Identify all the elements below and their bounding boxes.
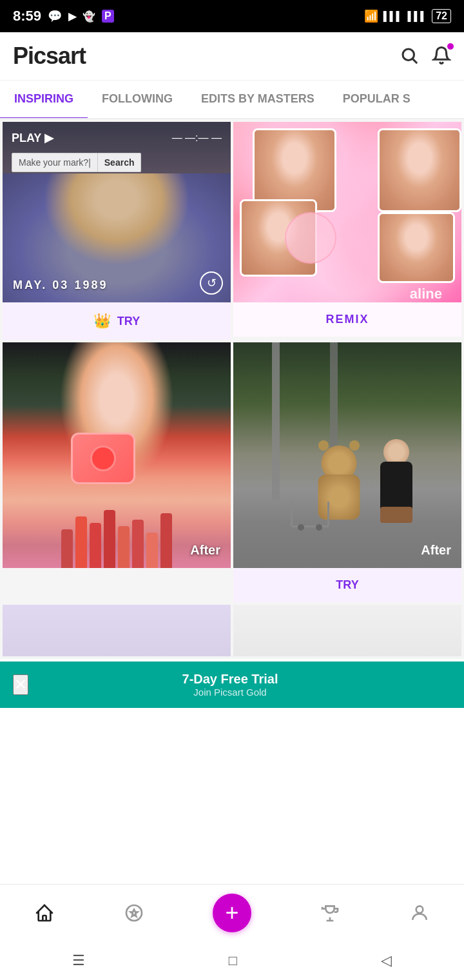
wifi-icon: 📶 xyxy=(364,9,378,23)
home-icon xyxy=(34,903,55,923)
after-label-3: After xyxy=(190,543,220,558)
bottom-navigation: + xyxy=(0,884,464,941)
flower-girl-bg xyxy=(3,342,231,568)
tab-edits-by-masters[interactable]: EDITS BY MASTERS xyxy=(187,81,329,119)
notification-button[interactable] xyxy=(432,46,451,67)
collage-text: aline xyxy=(410,286,442,302)
tab-inspiring[interactable]: INSPIRING xyxy=(0,81,88,119)
banner-title: 7-Day Free Trial xyxy=(28,672,432,687)
messenger-icon: 💬 xyxy=(48,9,62,23)
profile-icon xyxy=(409,903,430,923)
banner-subtitle: Join Picsart Gold xyxy=(28,687,432,698)
nav-rewards[interactable] xyxy=(320,903,340,923)
add-button[interactable]: + xyxy=(213,894,251,932)
date-stamp: MAY. 03 1989 xyxy=(13,279,108,292)
svg-point-2 xyxy=(126,905,142,921)
try-label-1: TRY xyxy=(117,315,140,328)
nav-profile[interactable] xyxy=(409,903,430,923)
youtube-icon: ▶ xyxy=(68,10,76,23)
card-flower-girl: After xyxy=(3,342,231,602)
snapchat-icon: 👻 xyxy=(82,10,95,23)
time-display: 8:59 xyxy=(13,8,41,24)
time-label: — —:— — xyxy=(172,132,222,144)
signal-icon-2: ▌▌▌ xyxy=(407,11,427,21)
card-1-thumbnail[interactable]: PLAY ▶ — —:— — Make your mark?| Search M… xyxy=(3,122,231,302)
bear-scene-bg xyxy=(233,342,461,568)
crown-icon: 👑 xyxy=(93,313,111,329)
status-bar: 8:59 💬 ▶ 👻 P 📶 ▌▌▌ ▌▌▌ 72 xyxy=(0,0,464,32)
partial-card-right xyxy=(233,605,461,656)
svg-point-3 xyxy=(416,906,423,913)
card-2-thumbnail[interactable]: aline xyxy=(233,122,461,302)
card-collage-remix: aline REMIX xyxy=(233,122,461,340)
nav-explore[interactable] xyxy=(124,903,144,923)
mock-input: Make your mark?| xyxy=(12,153,98,172)
try-bar-1[interactable]: 👑 TRY xyxy=(3,302,231,340)
status-icons: 📶 ▌▌▌ ▌▌▌ 72 xyxy=(364,9,451,23)
mock-search-btn: Search xyxy=(98,153,142,172)
plus-icon: + xyxy=(225,901,238,925)
system-navigation: ☰ □ ◁ xyxy=(0,941,464,980)
play-bar: PLAY ▶ — —:— — xyxy=(12,131,222,145)
signal-icon: ▌▌▌ xyxy=(383,11,403,21)
card-video-try: PLAY ▶ — —:— — Make your mark?| Search M… xyxy=(3,122,231,340)
system-home-button[interactable]: □ xyxy=(229,952,237,969)
remix-bar[interactable]: REMIX xyxy=(233,302,461,337)
card-4-thumbnail[interactable]: After xyxy=(233,342,461,568)
system-back-button[interactable]: ◁ xyxy=(381,952,392,969)
partial-card-left xyxy=(3,605,231,656)
try-label-4: TRY xyxy=(336,578,358,592)
explore-icon xyxy=(124,903,144,923)
play-button-label: PLAY ▶ xyxy=(12,131,53,145)
remix-label: REMIX xyxy=(325,313,369,326)
free-trial-banner: ✕ 7-Day Free Trial Join Picsart Gold xyxy=(0,662,464,708)
trophy-icon xyxy=(320,903,340,923)
pink-camera xyxy=(71,433,135,484)
collage-decor-circle xyxy=(285,212,336,264)
app-logo: Picsart xyxy=(13,43,86,70)
tab-following[interactable]: FOLLOWING xyxy=(88,81,187,119)
search-mock-bar: Make your mark?| Search xyxy=(12,153,141,172)
tab-popular-s[interactable]: POPULAR S xyxy=(329,81,425,119)
app-header: Picsart xyxy=(0,32,464,81)
header-actions xyxy=(400,46,451,67)
search-button[interactable] xyxy=(400,46,419,67)
battery-display: 72 xyxy=(432,9,451,23)
pole-1 xyxy=(272,342,280,500)
system-menu-button[interactable]: ☰ xyxy=(72,952,85,969)
svg-line-1 xyxy=(413,59,417,63)
nav-home[interactable] xyxy=(34,903,55,923)
after-label-4: After xyxy=(421,543,451,558)
close-banner-button[interactable]: ✕ xyxy=(13,674,28,695)
app-icon: P xyxy=(102,10,114,23)
collage-face-2 xyxy=(378,128,461,212)
content-grid: PLAY ▶ — —:— — Make your mark?| Search M… xyxy=(0,119,464,659)
try-bar-4[interactable]: TRY xyxy=(233,568,461,602)
feed-tabs: INSPIRING FOLLOWING EDITS BY MASTERS POP… xyxy=(0,81,464,119)
card-bear-couple: After TRY xyxy=(233,342,461,602)
collage-face-4 xyxy=(378,212,455,283)
person-figure xyxy=(377,439,416,523)
banner-content: 7-Day Free Trial Join Picsart Gold xyxy=(28,672,432,698)
status-time: 8:59 💬 ▶ 👻 P xyxy=(13,8,114,24)
card-3-thumbnail[interactable]: After xyxy=(3,342,231,568)
replay-button[interactable]: ↺ xyxy=(200,271,223,295)
shopping-cart xyxy=(291,502,329,527)
notification-badge xyxy=(447,43,454,50)
